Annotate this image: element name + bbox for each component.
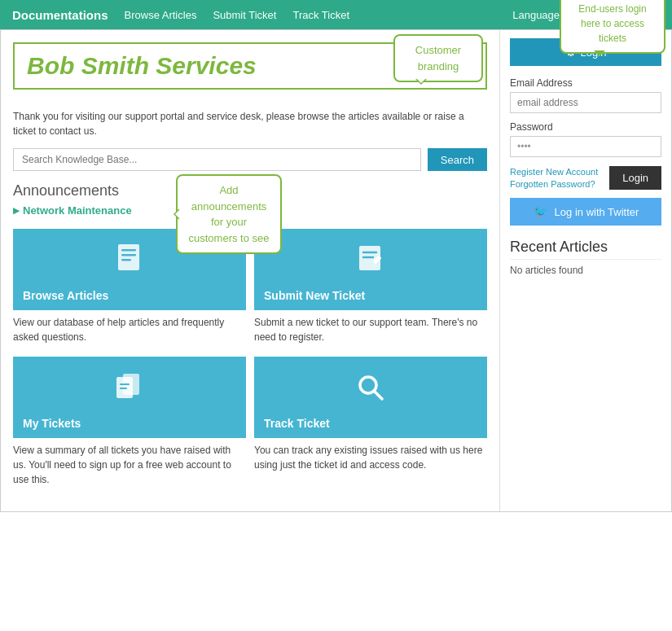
- svg-rect-3: [121, 259, 131, 261]
- svg-line-12: [374, 391, 382, 399]
- password-input[interactable]: [510, 136, 661, 157]
- nav-brand[interactable]: Documentations: [12, 8, 108, 22]
- customer-branding-bubble: Customer branding: [393, 34, 483, 82]
- enduser-bubble: End-users login here to access tickets: [560, 0, 665, 54]
- svg-rect-0: [118, 244, 139, 270]
- svg-rect-10: [120, 388, 127, 389]
- brand-row: Bob Smith Services Customer branding: [13, 42, 487, 99]
- content-area: Bob Smith Services Customer branding Tha…: [1, 30, 500, 511]
- nav-links: Browse Articles Submit Ticket Track Tick…: [125, 9, 513, 21]
- search-input[interactable]: [13, 148, 421, 171]
- cards-grid-bottom: My Tickets View a summary of all tickets…: [13, 357, 487, 487]
- card-track-ticket-tile[interactable]: Track Ticket: [254, 357, 487, 438]
- nav-submit-ticket[interactable]: Submit Ticket: [213, 9, 276, 21]
- card-my-tickets-title: My Tickets: [23, 417, 236, 430]
- search-row: Search: [13, 148, 487, 171]
- forgot-password-link[interactable]: Forgotten Password?: [510, 179, 595, 189]
- card-track-ticket-title: Track Ticket: [264, 417, 477, 430]
- card-track-ticket-desc: You can track any existing issues raised…: [254, 443, 487, 472]
- search-button[interactable]: Search: [428, 148, 487, 171]
- register-link[interactable]: Register New Account: [510, 167, 598, 177]
- card-submit-ticket-tile[interactable]: Submit New Ticket: [254, 229, 487, 310]
- card-submit-ticket-title: Submit New Ticket: [264, 289, 477, 302]
- card-submit-ticket[interactable]: Submit New Ticket Submit a new ticket to…: [254, 229, 487, 344]
- nav-track-ticket[interactable]: Track Ticket: [292, 9, 349, 21]
- sidebar: End-users login here to access tickets ⚙…: [500, 30, 671, 511]
- email-label: Email Address: [510, 77, 661, 89]
- svg-rect-9: [120, 383, 130, 385]
- svg-rect-1: [121, 249, 136, 252]
- track-ticket-icon: [264, 369, 477, 412]
- password-label: Password: [510, 121, 661, 133]
- login-dark-button[interactable]: Login: [609, 166, 661, 190]
- announcements-bubble: Add announcements for your customers to …: [176, 174, 282, 254]
- email-input[interactable]: [510, 92, 661, 113]
- nav-browse-articles[interactable]: Browse Articles: [125, 9, 197, 21]
- card-my-tickets-tile[interactable]: My Tickets: [13, 357, 246, 438]
- announcements-section: Announcements Network Maintenance Add an…: [13, 182, 487, 217]
- card-submit-ticket-desc: Submit a new ticket to our support team.…: [254, 315, 487, 344]
- sidebar-top: End-users login here to access tickets ⚙…: [510, 38, 661, 66]
- welcome-text: Thank you for visiting our support porta…: [13, 109, 487, 138]
- brand-title: Bob Smith Services: [27, 52, 257, 79]
- my-tickets-icon: [23, 369, 236, 412]
- sidebar-account-links: Register New Account Forgotten Password?: [510, 165, 598, 190]
- card-my-tickets[interactable]: My Tickets View a summary of all tickets…: [13, 357, 246, 487]
- twitter-icon: 🐦: [533, 204, 548, 219]
- main-wrapper: Bob Smith Services Customer branding Tha…: [0, 29, 672, 512]
- recent-articles-title: Recent Articles: [510, 239, 661, 260]
- submit-ticket-icon: [264, 241, 477, 284]
- sidebar-links-row: Register New Account Forgotten Password?…: [510, 165, 661, 190]
- svg-rect-2: [121, 254, 136, 256]
- twitter-login-button[interactable]: 🐦 Log in with Twitter: [510, 198, 661, 226]
- no-articles-text: No articles found: [510, 265, 661, 276]
- card-browse-articles-desc: View our database of help articles and f…: [13, 315, 246, 344]
- card-track-ticket[interactable]: Track Ticket You can track any existing …: [254, 357, 487, 487]
- card-my-tickets-desc: View a summary of all tickets you have r…: [13, 443, 246, 487]
- card-browse-articles-title: Browse Articles: [23, 289, 236, 302]
